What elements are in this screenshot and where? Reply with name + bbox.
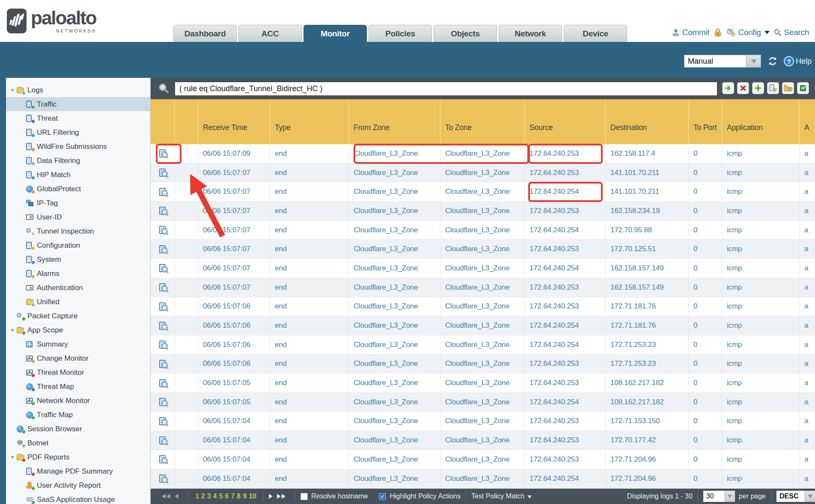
log-row-4[interactable]: 06/06 15:07:07endCloudflare_L3_ZoneCloud… xyxy=(151,202,815,221)
cell-type[interactable]: end xyxy=(270,374,349,392)
sidebar-item-traffic[interactable]: Traffic xyxy=(6,97,150,111)
log-detail-magnifier-icon[interactable] xyxy=(159,226,166,234)
refresh-mode-dropdown-button[interactable] xyxy=(747,55,761,68)
cell-destination[interactable]: 162.158.117.4 xyxy=(606,144,689,163)
help-icon[interactable]: ? xyxy=(783,56,794,67)
cell-to_port[interactable]: 0 xyxy=(689,431,722,450)
cell-from_zone[interactable]: Cloudflare_L3_Zone xyxy=(349,393,440,412)
cell-to_port[interactable]: 0 xyxy=(689,316,722,335)
sidebar-item-logs[interactable]: ▼Logs xyxy=(6,83,150,97)
cell-to_port[interactable]: 0 xyxy=(689,221,722,240)
prev-page-button[interactable] xyxy=(175,494,178,499)
log-detail-magnifier-icon[interactable] xyxy=(159,436,166,445)
cell-destination[interactable]: 172.71.181.76 xyxy=(606,316,689,335)
log-row-2[interactable]: 06/06 15:07:07endCloudflare_L3_ZoneCloud… xyxy=(151,163,815,183)
cell-to_zone[interactable]: Cloudflare_L3_Zone xyxy=(440,450,525,469)
cell-action[interactable]: a xyxy=(800,297,815,316)
cell-receive_time[interactable]: 06/06 15:07:09 xyxy=(198,144,270,163)
cell-application[interactable]: icmp xyxy=(722,374,800,392)
per-page-select[interactable]: 30 xyxy=(703,491,725,502)
sidebar-item-change-monitor[interactable]: Change Monitor xyxy=(6,351,150,365)
cell-from_zone[interactable]: Cloudflare_L3_Zone xyxy=(349,163,440,182)
cell-receive_time[interactable]: 06/06 15:07:07 xyxy=(198,202,270,220)
sort-order-dropdown-button[interactable] xyxy=(805,491,815,502)
cell-type[interactable]: end xyxy=(270,202,349,220)
cell-receive_time[interactable]: 06/06 15:07:06 xyxy=(198,297,270,316)
config-button[interactable]: Config xyxy=(726,28,769,37)
cell-action[interactable]: a xyxy=(800,374,815,392)
log-row-10[interactable]: 06/06 15:07:06endCloudflare_L3_ZoneCloud… xyxy=(151,316,815,335)
cell-from_zone[interactable]: Cloudflare_L3_Zone xyxy=(349,412,440,431)
cell-source[interactable]: 172.64.240.253 xyxy=(525,412,606,431)
cell-destination[interactable]: 172.71.253.23 xyxy=(606,355,689,374)
clear-filter-icon[interactable] xyxy=(737,82,749,94)
cell-to_zone[interactable]: Cloudflare_L3_Zone xyxy=(440,221,525,240)
column-header-to-zone[interactable]: To Zone xyxy=(440,99,525,144)
sidebar-item-app-scope[interactable]: ▼App Scope xyxy=(6,323,150,337)
cell-application[interactable]: icmp xyxy=(722,240,800,258)
cell-action[interactable]: a xyxy=(800,393,815,412)
sidebar-item-user-id[interactable]: User-ID xyxy=(6,210,150,224)
cell-action[interactable]: a xyxy=(800,335,815,354)
page-9[interactable]: 9 xyxy=(243,492,247,500)
sidebar-item-system[interactable]: System xyxy=(6,252,150,267)
cell-from_zone[interactable]: Cloudflare_L3_Zone xyxy=(349,355,440,374)
cell-source[interactable]: 172.64.240.254 xyxy=(525,469,606,488)
sidebar-item-user-activity-report[interactable]: User Activity Report xyxy=(6,478,150,492)
cell-to_zone[interactable]: Cloudflare_L3_Zone xyxy=(440,431,525,450)
sidebar-item-threat[interactable]: Threat xyxy=(6,111,150,125)
cell-type[interactable]: end xyxy=(270,335,349,354)
cell-destination[interactable]: 172.71.253.23 xyxy=(606,335,689,354)
sidebar-item-data-filtering[interactable]: Data Filtering xyxy=(6,154,150,168)
sidebar-item-ip-tag[interactable]: IP-Tag xyxy=(6,196,150,210)
log-row-12[interactable]: 06/06 15:07:06endCloudflare_L3_ZoneCloud… xyxy=(151,355,815,374)
cell-to_port[interactable]: 0 xyxy=(689,297,722,316)
first-page-button[interactable] xyxy=(162,494,170,499)
cell-source[interactable]: 172.64.240.254 xyxy=(525,335,606,354)
cell-type[interactable]: end xyxy=(270,259,349,278)
cell-action[interactable]: a xyxy=(800,163,815,182)
cell-to_zone[interactable]: Cloudflare_L3_Zone xyxy=(440,412,525,431)
cell-action[interactable]: a xyxy=(800,221,815,240)
log-row-11[interactable]: 06/06 15:07:06endCloudflare_L3_ZoneCloud… xyxy=(151,335,815,355)
sidebar-item-hip-match[interactable]: HIP Match xyxy=(6,168,150,182)
page-10[interactable]: 10 xyxy=(249,492,256,500)
page-4[interactable]: 4 xyxy=(213,492,217,500)
export-icon[interactable] xyxy=(797,82,809,94)
cell-to_port[interactable]: 0 xyxy=(689,393,722,412)
cell-action[interactable]: a xyxy=(800,259,815,278)
column-header-source[interactable]: Source xyxy=(525,99,606,144)
sidebar-item-traffic-map[interactable]: Traffic Map xyxy=(6,408,150,422)
log-row-5[interactable]: 06/06 15:07:07endCloudflare_L3_ZoneCloud… xyxy=(151,221,815,240)
cell-to_zone[interactable]: Cloudflare_L3_Zone xyxy=(440,393,525,412)
cell-source[interactable]: 172.64.240.254 xyxy=(525,259,606,278)
cell-from_zone[interactable]: Cloudflare_L3_Zone xyxy=(349,278,440,297)
sort-order-select[interactable]: DESC xyxy=(776,491,805,502)
log-row-18[interactable]: 06/06 15:07:04endCloudflare_L3_ZoneCloud… xyxy=(151,469,815,489)
sidebar-item-saas-application-usage[interactable]: SaaS Application Usage xyxy=(6,492,150,504)
cell-destination[interactable]: 172.70.95.88 xyxy=(606,221,689,240)
log-detail-magnifier-icon[interactable] xyxy=(159,474,166,483)
cell-to_port[interactable]: 0 xyxy=(689,163,722,182)
cell-from_zone[interactable]: Cloudflare_L3_Zone xyxy=(349,335,440,354)
log-filter-input[interactable] xyxy=(175,82,717,96)
cell-destination[interactable]: 141.101.70.211 xyxy=(606,182,689,201)
sidebar-item-tunnel-inspection[interactable]: Tunnel Inspection xyxy=(6,224,150,238)
cell-type[interactable]: end xyxy=(270,278,349,297)
log-detail-magnifier-icon[interactable] xyxy=(159,360,166,368)
cell-from_zone[interactable]: Cloudflare_L3_Zone xyxy=(349,450,440,469)
test-policy-match-button[interactable]: Test Policy Match xyxy=(471,492,532,500)
cell-to_zone[interactable]: Cloudflare_L3_Zone xyxy=(440,355,525,374)
cell-source[interactable]: 172.64.240.254 xyxy=(525,316,606,335)
tab-device[interactable]: Device xyxy=(564,25,627,42)
cell-from_zone[interactable]: Cloudflare_L3_Zone xyxy=(349,259,440,278)
cell-to_port[interactable]: 0 xyxy=(689,259,722,278)
cell-source[interactable]: 172.64.240.253 xyxy=(525,278,606,297)
cell-application[interactable]: icmp xyxy=(722,259,800,278)
cell-action[interactable]: a xyxy=(800,278,815,297)
log-detail-magnifier-icon[interactable] xyxy=(159,245,166,253)
sidebar-item-unified[interactable]: Unified xyxy=(6,295,150,309)
cell-source[interactable]: 172.64.240.253 xyxy=(525,163,606,182)
next-page-button[interactable] xyxy=(269,494,273,499)
cell-to_port[interactable]: 0 xyxy=(689,450,722,469)
